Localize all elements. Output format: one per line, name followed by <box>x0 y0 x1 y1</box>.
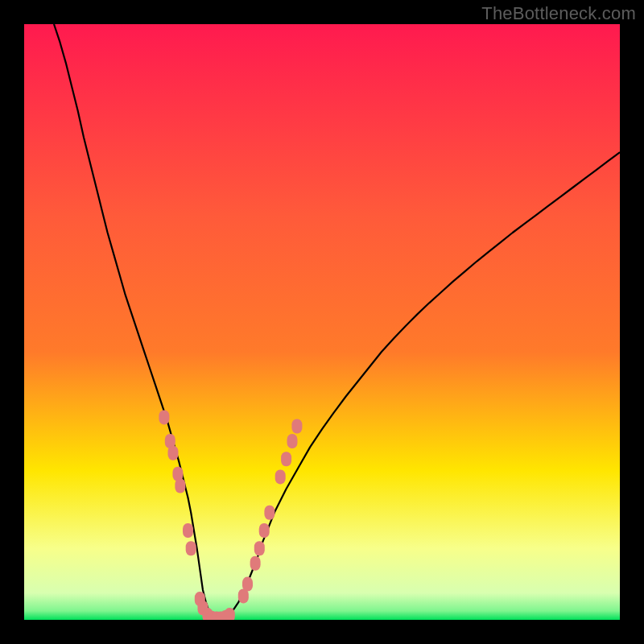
gradient-background <box>24 24 620 620</box>
data-point-marker <box>242 577 253 592</box>
data-point-marker <box>259 523 270 538</box>
data-point-marker <box>287 434 298 448</box>
data-point-marker <box>183 523 193 538</box>
data-point-marker <box>168 446 179 460</box>
bottleneck-plot <box>24 24 620 620</box>
data-point-marker <box>291 419 302 434</box>
data-point-marker <box>175 479 185 493</box>
data-point-marker <box>281 452 291 466</box>
data-point-marker <box>250 556 261 571</box>
data-point-marker <box>159 410 169 424</box>
data-point-marker <box>275 469 286 484</box>
data-point-marker <box>225 608 235 620</box>
watermark-text: TheBottleneck.com <box>481 3 636 24</box>
data-point-marker <box>264 506 275 520</box>
data-point-marker <box>254 541 265 555</box>
plot-svg <box>24 24 620 620</box>
data-point-marker <box>186 541 196 555</box>
chart-frame: TheBottleneck.com <box>0 0 644 644</box>
